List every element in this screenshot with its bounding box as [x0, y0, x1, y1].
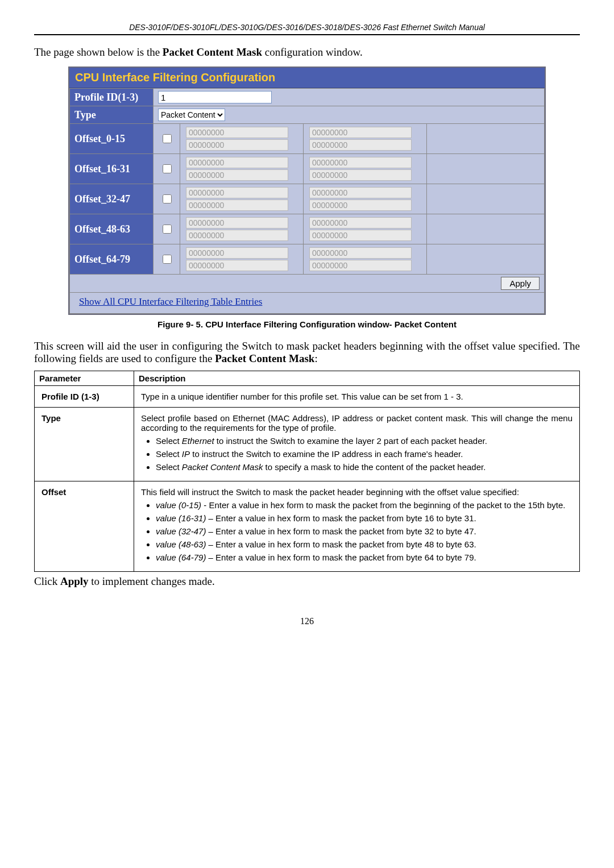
show-all-link[interactable]: Show All CPU Interface Filtering Table E…	[74, 295, 267, 311]
offset-field: 00000000	[186, 127, 288, 138]
page-number: 126	[34, 616, 580, 626]
desc-profile-id: Type in a unique identifier number for t…	[134, 386, 580, 408]
offset-0-15-checkbox[interactable]	[163, 134, 172, 143]
offset-field: 00000000	[309, 187, 412, 198]
param-offset: Offset	[35, 481, 134, 572]
offset-field: 00000000	[186, 169, 288, 181]
param-type: Type	[35, 408, 134, 481]
body-bold: Packet Content Mask	[215, 352, 314, 364]
offset-bullet-32-47: value (32-47) – Enter a value in hex for…	[156, 526, 572, 536]
offset-field: 00000000	[186, 247, 288, 259]
intro-bold: Packet Content Mask	[163, 46, 262, 58]
t: - Enter a value in hex form to mask the …	[201, 500, 565, 510]
offset-32-47-label: Offset_32-47	[70, 184, 154, 214]
offset-bullet-16-31: value (16-31) – Enter a value in hex for…	[156, 513, 572, 523]
offset-64-79-label: Offset_64-79	[70, 244, 154, 275]
t: to instruct the Switch to examine the IP…	[190, 449, 463, 459]
th-description: Description	[134, 371, 580, 386]
closing-text: Click Apply to implement changes made.	[34, 575, 580, 588]
desc-offset: This field will instruct the Switch to m…	[134, 481, 580, 572]
t: to instruct the Switch to examine the la…	[214, 436, 487, 446]
body-paragraph: This screen will aid the user in configu…	[34, 340, 580, 365]
offset-bullet-0-15: value (0-15) - Enter a value in hex form…	[156, 500, 572, 510]
offset-field: 00000000	[309, 127, 412, 138]
t: – Enter a value in hex form to mask the …	[206, 553, 476, 562]
t: – Enter a value in hex form to mask the …	[206, 526, 476, 536]
em: Packet Content Mask	[182, 462, 263, 472]
offset-field: 00000000	[309, 139, 412, 151]
t: – Enter a value in hex form to mask the …	[206, 539, 476, 549]
t: Select	[156, 449, 182, 459]
offset-field: 00000000	[186, 157, 288, 168]
offset-bullet-48-63: value (48-63) – Enter a value in hex for…	[156, 539, 572, 549]
desc-type-intro: Select profile based on Ethernet (MAC Ad…	[141, 413, 572, 433]
t: Select	[156, 436, 182, 446]
intro-post: configuration window.	[262, 46, 363, 58]
panel-title: CPU Interface Filtering Configuration	[69, 68, 545, 88]
offset-48-63-checkbox[interactable]	[163, 225, 172, 234]
offset-field: 00000000	[309, 200, 412, 211]
closing-pre: Click	[34, 575, 60, 587]
apply-button[interactable]: Apply	[501, 277, 540, 290]
profile-id-input[interactable]	[158, 91, 272, 103]
offset-field: 00000000	[309, 247, 412, 259]
offset-field: 00000000	[186, 139, 288, 151]
em: value (0-15)	[156, 500, 201, 510]
th-parameter: Parameter	[35, 371, 134, 386]
desc-offset-intro: This field will instruct the Switch to m…	[141, 487, 572, 497]
offset-field: 00000000	[309, 217, 412, 229]
intro-pre: The page shown below is the	[34, 46, 163, 58]
offset-64-79-checkbox[interactable]	[163, 255, 172, 264]
em: IP	[182, 449, 190, 459]
offset-16-31-label: Offset_16-31	[70, 154, 154, 184]
t: Select	[156, 462, 182, 472]
offset-48-63-label: Offset_48-63	[70, 214, 154, 244]
closing-post: to implement changes made.	[89, 575, 215, 587]
body-post: :	[314, 352, 317, 364]
type-bullet-ethernet: Select Ethernet to instruct the Switch t…	[156, 436, 572, 446]
parameter-table: Parameter Description Profile ID (1-3) T…	[34, 371, 580, 572]
offset-0-15-label: Offset_0-15	[70, 124, 154, 154]
offset-field: 00000000	[309, 169, 412, 181]
profile-id-label: Profile ID(1-3)	[70, 89, 154, 106]
type-bullet-ip: Select IP to instruct the Switch to exam…	[156, 449, 572, 459]
config-panel: CPU Interface Filtering Configuration Pr…	[68, 67, 546, 315]
type-select[interactable]: Packet Content	[158, 109, 225, 121]
offset-32-47-checkbox[interactable]	[163, 194, 172, 203]
offset-bullet-64-79: value (64-79) – Enter a value in hex for…	[156, 553, 572, 562]
type-bullet-pcm: Select Packet Content Mask to specify a …	[156, 462, 572, 472]
offset-16-31-checkbox[interactable]	[163, 164, 172, 173]
closing-bold: Apply	[60, 575, 89, 587]
offset-field: 00000000	[186, 200, 288, 211]
em: value (48-63)	[156, 539, 206, 549]
em: value (32-47)	[156, 526, 206, 536]
em: value (64-79)	[156, 553, 206, 562]
offset-field: 00000000	[186, 260, 288, 271]
em: Ethernet	[182, 436, 214, 446]
page-header: DES-3010F/DES-3010FL/DES-3010G/DES-3016/…	[34, 23, 580, 35]
offset-field: 00000000	[309, 157, 412, 168]
em: value (16-31)	[156, 513, 206, 523]
offset-field: 00000000	[309, 230, 412, 241]
figure-caption: Figure 9- 5. CPU Interface Filtering Con…	[34, 319, 580, 329]
offset-field: 00000000	[186, 187, 288, 198]
type-label: Type	[70, 106, 154, 124]
desc-type: Select profile based on Ethernet (MAC Ad…	[134, 408, 580, 481]
t: – Enter a value in hex form to mask the …	[206, 513, 476, 523]
t: to specify a mask to hide the content of…	[263, 462, 486, 472]
intro-text: The page shown below is the Packet Conte…	[34, 46, 580, 59]
offset-field: 00000000	[309, 260, 412, 271]
offset-field: 00000000	[186, 217, 288, 229]
param-profile-id: Profile ID (1-3)	[35, 386, 134, 408]
offset-field: 00000000	[186, 230, 288, 241]
